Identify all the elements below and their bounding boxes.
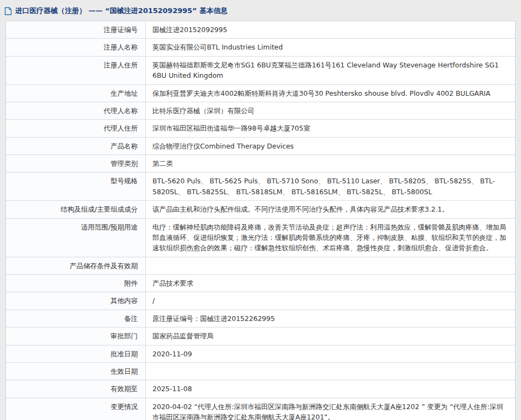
row-value: 2020-11-09 xyxy=(146,345,515,362)
table-row: 生效日期 xyxy=(6,363,515,380)
row-label: 适用范围/预期用途 xyxy=(6,219,146,257)
row-label-text: 适用范围/预期用途 xyxy=(81,223,138,231)
row-label-text: 附件 xyxy=(124,279,138,287)
row-label-text: 管理类别 xyxy=(111,159,138,168)
row-label-text: 有效期至 xyxy=(111,385,138,393)
row-label: 审批部门 xyxy=(6,328,146,344)
row-label-text: 结构及组成/主要组成成分 xyxy=(60,205,138,213)
row-value xyxy=(146,363,515,380)
row-value: 综合物理治疗仪Combined Therapy Devices xyxy=(146,138,515,155)
table-row: 批准日期2020-11-09 xyxy=(6,345,515,363)
row-label-text: 代理人住所 xyxy=(104,124,138,132)
row-label: 生效日期 xyxy=(6,363,146,380)
row-value: 深圳市福田区福田街道福华一路98号卓越大厦705室 xyxy=(146,120,515,137)
row-label: 型号规格 xyxy=(6,172,146,200)
row-value: 产品技术要求 xyxy=(146,275,515,292)
row-label-text: 注册人名称 xyxy=(104,43,138,51)
table-row: 结构及组成/主要组成成分该产品由主机和治疗头配件组成。不同疗法使用不同治疗头配件… xyxy=(6,201,515,218)
row-value: 英国实业有限公司BTL Industries Limited xyxy=(146,39,515,55)
row-value: 2020-04-02 “代理人住所:深圳市福田区深南路与新洲路交汇处东南侧航天大… xyxy=(146,398,515,420)
page-header: 进口医疗器械（注册） —— “国械注进20152092995” 基本信息 xyxy=(0,0,521,21)
row-label-text: 产品储存条件及有效期 xyxy=(70,262,138,270)
table-row: 变更情况2020-04-02 “代理人住所:深圳市福田区深南路与新洲路交汇处东南… xyxy=(6,398,515,420)
table-row: 代理人名称比特乐医疗器械（深圳）有限公司 xyxy=(6,102,515,120)
row-label: 有效期至 xyxy=(6,380,146,397)
table-row: 适用范围/预期用途电疗：缓解神经肌肉功能障碍及疼痛，改善关节活动及炎症；超声疗法… xyxy=(6,219,515,257)
row-label: 代理人住所 xyxy=(6,120,146,137)
table-row: 备注原注册证编号：国械注进20152262995 xyxy=(6,310,515,328)
page-title: 进口医疗器械（注册） —— “国械注进20152092995” 基本信息 xyxy=(15,6,228,16)
table-row: 注册人住所英国赫特福德郡斯蒂文尼奇市SG1 6BU克莱福兰德路161号161 C… xyxy=(6,57,515,85)
row-label: 批准日期 xyxy=(6,345,146,362)
row-label: 注册人名称 xyxy=(6,39,146,55)
document-icon xyxy=(4,7,12,15)
row-label: 注册人住所 xyxy=(6,57,146,84)
row-label: 结构及组成/主要组成成分 xyxy=(6,201,146,218)
row-label: 管理类别 xyxy=(6,155,146,172)
table-row: 型号规格BTL-5620 Puls、 BTL-5625 Puls、 BTL-57… xyxy=(6,172,515,201)
row-label-text: 生效日期 xyxy=(111,367,138,375)
change-entry: 2020-04-02 “代理人住所:深圳市福田区深南路与新洲路交汇处东南侧航天大… xyxy=(152,402,507,420)
row-label-text: 产品名称 xyxy=(111,142,138,150)
row-label-text: 型号规格 xyxy=(111,177,138,185)
table-row: 有效期至2025-11-08 xyxy=(6,380,515,398)
row-label: 其他内容 xyxy=(6,292,146,309)
row-label: 产品名称 xyxy=(6,138,146,155)
row-value: / xyxy=(146,292,515,309)
info-table: 注册证编号国械注进20152092995注册人名称英国实业有限公司BTL Ind… xyxy=(5,21,516,420)
table-row: 代理人住所深圳市福田区福田街道福华一路98号卓越大厦705室 xyxy=(6,120,515,137)
row-value: 第二类 xyxy=(146,155,515,172)
row-value: 2025-11-08 xyxy=(146,380,515,397)
row-label-text: 变更情况 xyxy=(111,403,138,411)
row-value: 原注册证编号：国械注进20152262995 xyxy=(146,310,515,327)
row-label-text: 批准日期 xyxy=(111,350,138,358)
row-value: 英国赫特福德郡斯蒂文尼奇市SG1 6BU克莱福兰德路161号161 Clevel… xyxy=(146,57,515,84)
row-label-text: 注册证编号 xyxy=(104,26,138,34)
row-label: 生产地址 xyxy=(6,85,146,102)
row-label-text: 生产地址 xyxy=(111,89,138,97)
table-row: 生产地址保加利亚普罗夫迪夫市4002帕斯特斯科肖诗大道30号30 Peshter… xyxy=(6,85,515,102)
row-label-text: 代理人名称 xyxy=(104,107,138,115)
row-label-text: 备注 xyxy=(124,314,138,323)
row-label: 代理人名称 xyxy=(6,102,146,119)
row-label: 变更情况 xyxy=(6,398,146,420)
table-row: 审批部门国家药品监督管理局 xyxy=(6,328,515,345)
row-label-text: 注册人住所 xyxy=(104,61,138,69)
row-value: 电疗：缓解神经肌肉功能障碍及疼痛，改善关节活动及炎症；超声疗法：利用温热效应，缓… xyxy=(146,219,515,257)
table-row: 注册人名称英国实业有限公司BTL Industries Limited xyxy=(6,39,515,56)
table-row: 注册证编号国械注进20152092995 xyxy=(6,21,515,39)
table-row: 产品储存条件及有效期 xyxy=(6,257,515,275)
row-label: 注册证编号 xyxy=(6,21,146,38)
table-row: 其他内容/ xyxy=(6,292,515,310)
row-value: BTL-5620 Puls、 BTL-5625 Puls、 BTL-5710 S… xyxy=(146,172,515,200)
table-row: 产品名称综合物理治疗仪Combined Therapy Devices xyxy=(6,138,515,155)
row-value: 该产品由主机和治疗头配件组成。不同疗法使用不同治疗头配件，具体内容见产品技术要求… xyxy=(146,201,515,218)
page: 进口医疗器械（注册） —— “国械注进20152092995” 基本信息 注册证… xyxy=(0,0,521,420)
row-value xyxy=(146,257,515,274)
table-row: 附件产品技术要求 xyxy=(6,275,515,292)
row-label: 备注 xyxy=(6,310,146,327)
table-row: 管理类别第二类 xyxy=(6,155,515,172)
row-value: 国械注进20152092995 xyxy=(146,21,515,38)
row-value: 比特乐医疗器械（深圳）有限公司 xyxy=(146,102,515,119)
row-label: 附件 xyxy=(6,275,146,292)
row-label: 产品储存条件及有效期 xyxy=(6,257,146,274)
row-label-text: 其他内容 xyxy=(111,297,138,305)
row-value: 国家药品监督管理局 xyxy=(146,328,515,344)
row-label-text: 审批部门 xyxy=(111,332,138,340)
row-value: 保加利亚普罗夫迪夫市4002帕斯特斯科肖诗大道30号30 Peshtersko … xyxy=(146,85,515,102)
